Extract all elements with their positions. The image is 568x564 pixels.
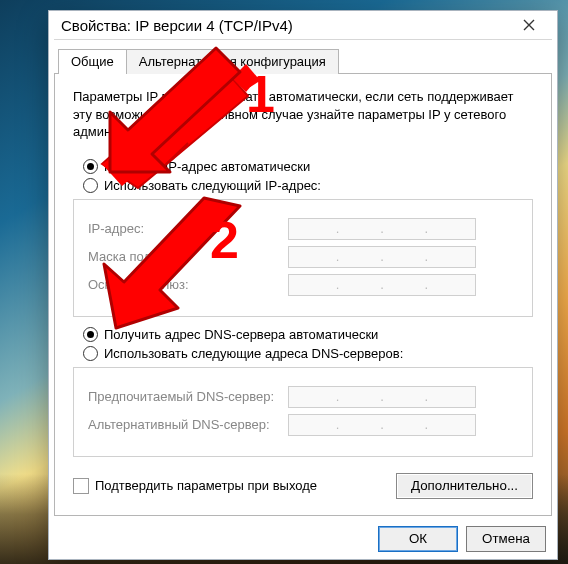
ipv4-properties-dialog: Свойства: IP версии 4 (TCP/IPv4) Общие А… [48,10,558,560]
gateway-label: Основной шлюз: [88,277,288,292]
tab-alternate-config[interactable]: Альтернативная конфигурация [126,49,339,74]
close-button[interactable] [509,11,549,39]
confirm-label: Подтвердить параметры при выходе [95,478,317,493]
tab-general[interactable]: Общие [58,49,127,74]
gateway-field: ... [288,274,476,296]
alternate-dns-field: ... [288,414,476,436]
ip-address-label: IP-адрес: [88,221,288,236]
radio-dns-auto[interactable]: Получить адрес DNS-сервера автоматически [83,327,533,342]
ip-fields-group: IP-адрес: ... Маска подсети: ... Основно… [73,199,533,317]
dns-fields-group: Предпочитаемый DNS-сервер: ... Альтернат… [73,367,533,457]
tab-body: Параметры IP можно назначать автоматичес… [54,73,552,516]
radio-dns-manual-label: Использовать следующие адреса DNS-сервер… [104,346,403,361]
dialog-client-area: Общие Альтернативная конфигурация Параме… [54,39,552,558]
radio-icon [83,159,98,174]
subnet-mask-label: Маска подсети: [88,249,288,264]
radio-dns-auto-label: Получить адрес DNS-сервера автоматически [104,327,378,342]
close-icon [523,19,535,31]
radio-icon [83,327,98,342]
radio-ip-auto[interactable]: Получить IP-адрес автоматически [83,159,533,174]
alternate-dns-label: Альтернативный DNS-сервер: [88,417,288,432]
description-text: Параметры IP можно назначать автоматичес… [73,88,533,141]
radio-ip-manual[interactable]: Использовать следующий IP-адрес: [83,178,533,193]
radio-icon [83,178,98,193]
advanced-button[interactable]: Дополнительно... [396,473,533,499]
preferred-dns-label: Предпочитаемый DNS-сервер: [88,389,288,404]
confirm-checkbox[interactable] [73,478,89,494]
radio-icon [83,346,98,361]
radio-ip-manual-label: Использовать следующий IP-адрес: [104,178,321,193]
radio-ip-auto-label: Получить IP-адрес автоматически [104,159,310,174]
dialog-buttons: ОК Отмена [54,516,552,558]
radio-dns-manual[interactable]: Использовать следующие адреса DNS-сервер… [83,346,533,361]
subnet-mask-field: ... [288,246,476,268]
title-bar: Свойства: IP версии 4 (TCP/IPv4) [49,11,557,39]
confirm-row: Подтвердить параметры при выходе Дополни… [73,473,533,499]
tab-strip: Общие Альтернативная конфигурация [58,48,552,73]
window-title: Свойства: IP версии 4 (TCP/IPv4) [61,17,509,34]
ok-button[interactable]: ОК [378,526,458,552]
cancel-button[interactable]: Отмена [466,526,546,552]
preferred-dns-field: ... [288,386,476,408]
ip-address-field: ... [288,218,476,240]
